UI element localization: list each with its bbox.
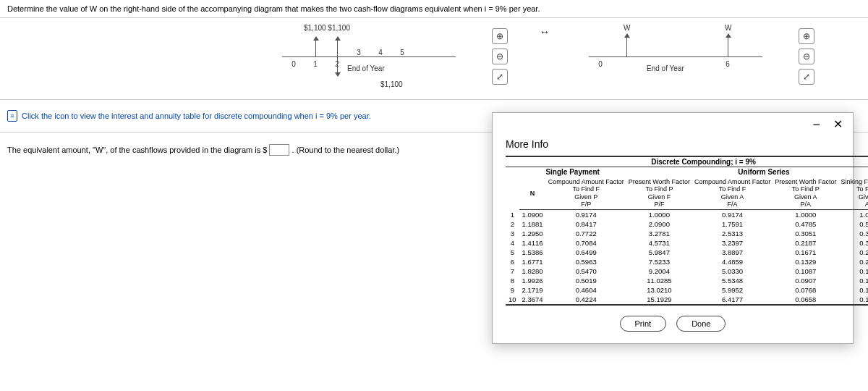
table-cell: 9 bbox=[506, 285, 519, 295]
table-cell: 0.9174 bbox=[692, 210, 773, 220]
table-cell: 4.5731 bbox=[626, 238, 692, 248]
table-cell: 0.7084 bbox=[546, 238, 626, 248]
tick-5: 5 bbox=[400, 49, 404, 56]
expand-icon[interactable]: ⤢ bbox=[799, 69, 814, 85]
table-cell: 1 bbox=[506, 210, 519, 220]
table-cell: 11.0285 bbox=[626, 276, 692, 285]
question-text: Determine the value of W on the right-ha… bbox=[0, 0, 868, 18]
table-cell: 0.1558 bbox=[839, 295, 868, 305]
table-cell: 1.1881 bbox=[519, 219, 546, 229]
answer-input[interactable] bbox=[269, 144, 289, 156]
close-icon[interactable]: ✕ bbox=[830, 117, 846, 131]
table-cell: 3 bbox=[506, 229, 519, 238]
table-cell: 0.4224 bbox=[546, 295, 626, 305]
zoom-out-icon[interactable]: ⊖ bbox=[799, 49, 814, 64]
table-cell: 5 bbox=[506, 248, 519, 257]
table-cell: 2.3674 bbox=[519, 295, 546, 305]
table-cell: 9.2004 bbox=[626, 266, 692, 276]
table-cell: 1.4116 bbox=[519, 238, 546, 248]
table-cell: 0.1671 bbox=[773, 248, 838, 257]
arrow-up-icon bbox=[337, 37, 338, 56]
arrow-up-icon bbox=[728, 34, 728, 56]
table-cell: 13.0210 bbox=[626, 285, 692, 295]
tick-6b: 6 bbox=[726, 60, 730, 68]
table-caption: Discrete Compounding; i = 9% bbox=[506, 156, 868, 167]
table-cell: 0.5685 bbox=[839, 219, 868, 229]
resize-horizontal-icon[interactable]: ↔ bbox=[537, 24, 553, 40]
table-cell: 0.7722 bbox=[546, 229, 626, 238]
expand-icon[interactable]: ⤢ bbox=[492, 69, 508, 85]
table-cell: 0.2187 bbox=[773, 238, 838, 248]
col-header: Present Worth FactorTo Find PGiven FP/F bbox=[626, 177, 692, 210]
table-row: 31.29500.77223.27812.53130.30510.3951 bbox=[506, 229, 868, 238]
col-header: Present Worth FactorTo Find PGiven AP/A bbox=[773, 177, 838, 210]
table-row: 81.99260.501911.02855.53480.09070.1807 bbox=[506, 276, 868, 285]
col-header: N bbox=[519, 177, 546, 210]
table-cell: 0.5963 bbox=[546, 257, 626, 266]
table-cell: 3.2781 bbox=[626, 229, 692, 238]
document-icon: ≡ bbox=[7, 110, 17, 122]
col-header: Compound Amount FactorTo Find FGiven PF/… bbox=[546, 177, 626, 210]
table-cell: 4.4859 bbox=[692, 257, 773, 266]
table-cell: 1.2950 bbox=[519, 229, 546, 238]
d2-caption: End of Year bbox=[647, 64, 684, 72]
zoom-out-icon[interactable]: ⊖ bbox=[492, 49, 508, 64]
table-row: 11.09000.91741.00000.91741.00001.0900 bbox=[506, 210, 868, 220]
table-cell: 0.4785 bbox=[773, 219, 838, 229]
table-cell: 1.7591 bbox=[692, 219, 773, 229]
zoom-in-icon[interactable]: ⊕ bbox=[492, 28, 508, 44]
table-cell: 7 bbox=[506, 266, 519, 276]
table-cell: 1.5386 bbox=[519, 248, 546, 257]
table-row: 21.18810.84172.09001.75910.47850.5685 bbox=[506, 219, 868, 229]
tick-3: 3 bbox=[357, 49, 361, 56]
table-cell: 0.1987 bbox=[839, 266, 868, 276]
modal-buttons: Print Done bbox=[493, 306, 853, 332]
modal-title: More Info bbox=[493, 135, 853, 156]
cashflow-diagram-left: $1,100 $1,100 0 1 2 3 4 5 End of Year $1… bbox=[275, 24, 463, 89]
table-cell: 0.2229 bbox=[839, 257, 868, 266]
table-cell: 0.3087 bbox=[839, 238, 868, 248]
table-cell: 0.5470 bbox=[546, 266, 626, 276]
table-cell: 8 bbox=[506, 276, 519, 285]
table-cell: 0.1329 bbox=[773, 257, 838, 266]
table-cell: 2.1719 bbox=[519, 285, 546, 295]
table-cell: 2.5313 bbox=[692, 229, 773, 238]
table-cell: 5.9847 bbox=[626, 248, 692, 257]
d1-amount-up: $1,100 $1,100 bbox=[304, 24, 350, 32]
minimize-icon[interactable]: − bbox=[809, 121, 823, 128]
table-cell: 0.1668 bbox=[839, 285, 868, 295]
print-button[interactable]: Print bbox=[620, 316, 667, 332]
table-row: 92.17190.460413.02105.99520.07680.1668 bbox=[506, 285, 868, 295]
table-cell: 0.1087 bbox=[773, 266, 838, 276]
zoom-in-icon[interactable]: ⊕ bbox=[799, 28, 814, 44]
table-cell: 0.2571 bbox=[839, 248, 868, 257]
tick-1: 1 bbox=[313, 60, 318, 68]
table-cell: 1.0900 bbox=[519, 210, 546, 220]
table-cell: 0.1807 bbox=[839, 276, 868, 285]
arrow-up-icon bbox=[315, 37, 316, 56]
arrow-up-icon bbox=[626, 34, 627, 56]
cashflow-diagram-right: W W 0 6 End of Year bbox=[582, 24, 770, 89]
table-row: 71.82800.54709.20045.03300.10870.1987 bbox=[506, 266, 868, 276]
table-cell: 10 bbox=[506, 295, 519, 305]
table-row: 51.53860.64995.98473.88970.16710.2571 bbox=[506, 248, 868, 257]
answer-prefix: The equivalent amount, "W", of the cashf… bbox=[7, 146, 267, 154]
table-cell: 1.8280 bbox=[519, 266, 546, 276]
table-cell: 7.5233 bbox=[626, 257, 692, 266]
table-cell: 3.2397 bbox=[692, 238, 773, 248]
divider bbox=[0, 99, 868, 100]
table-link-text: Click the icon to view the interest and … bbox=[22, 112, 371, 120]
table-cell: 15.1929 bbox=[626, 295, 692, 305]
table-cell: 6 bbox=[506, 257, 519, 266]
table-cell: 2.0900 bbox=[626, 219, 692, 229]
table-cell: 0.0658 bbox=[773, 295, 838, 305]
axis-line bbox=[282, 56, 456, 57]
done-button[interactable]: Done bbox=[676, 316, 726, 332]
diagram2-tools: ⊕ ⊖ ⤢ bbox=[799, 24, 814, 85]
table-row: 41.41160.70844.57313.23970.21870.3087 bbox=[506, 238, 868, 248]
col-header: Compound Amount FactorTo Find FGiven AF/… bbox=[692, 177, 773, 210]
factor-table: Discrete Compounding; i = 9% Single Paym… bbox=[506, 156, 868, 306]
table-cell: 6.4177 bbox=[692, 295, 773, 305]
table-cell: 2 bbox=[506, 219, 519, 229]
table-cell: 0.9174 bbox=[546, 210, 626, 220]
